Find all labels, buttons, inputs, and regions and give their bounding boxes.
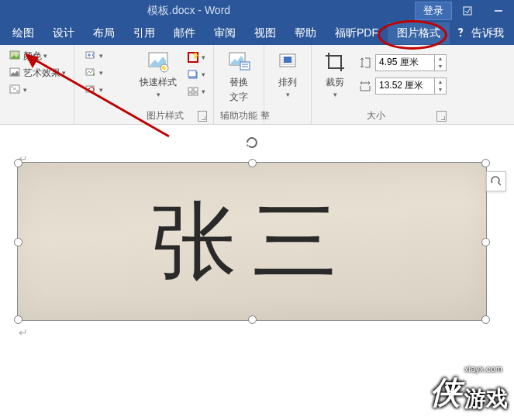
watermark-text: 游戏 [464,384,508,414]
document-title: 模板.docx - Word [147,4,230,18]
arrange-button[interactable]: 排列 ▾ [271,48,305,100]
chevron-down-icon: ▾ [99,52,103,60]
resize-handle-tr[interactable] [481,159,490,167]
chevron-down-icon: ▾ [43,52,47,60]
tab-layout[interactable]: 布局 [84,22,124,44]
chevron-down-icon: ▾ [157,91,160,98]
change-picture-icon [84,66,98,80]
chevron-down-icon: ▾ [286,91,290,98]
artistic-icon [8,66,22,80]
svg-rect-7 [13,88,16,90]
tell-me-label[interactable]: 告诉我 [471,22,513,44]
group-adjust: 颜色 ▾ 艺术效果 ▾ ▾ ▾ [0,45,74,124]
height-input[interactable]: 4.95 厘米 ▲▼ [375,54,447,71]
ribbon-options-icon[interactable] [452,0,483,22]
ribbon-tabs: 绘图 设计 布局 引用 邮件 审阅 视图 帮助 福昕PDF 图片格式 告诉我 [0,22,514,45]
artistic-label: 艺术效果 [23,67,60,80]
alt-text-icon [226,50,251,74]
quick-styles-icon [146,50,171,74]
chevron-down-icon: ▾ [333,91,337,98]
titlebar: 模板.docx - Word 登录 [0,0,514,22]
svg-rect-22 [240,62,250,70]
width-icon [358,79,372,93]
crop-icon [323,50,347,74]
arrange-label: 排列 [278,76,297,89]
tab-help[interactable]: 帮助 [285,22,326,44]
alt-text-label-2: 文字 [229,91,248,104]
resize-handle-br[interactable] [481,315,490,324]
chevron-down-icon: ▾ [99,69,103,77]
login-button[interactable]: 登录 [415,2,452,20]
alt-text-label-1: 替换 [229,76,248,89]
layout-options-button[interactable] [486,171,506,191]
reset-icon [84,83,98,97]
transparency-button[interactable]: ▾ [6,82,29,98]
quick-styles-button[interactable]: 快速样式 ▾ [135,48,181,100]
height-icon [358,56,372,70]
chevron-down-icon: ▾ [202,71,205,78]
paragraph-mark-icon: ↵ [19,326,28,339]
chevron-down-icon: ▾ [62,69,66,77]
resize-handle-mr[interactable] [481,238,490,246]
border-icon [186,50,200,64]
watermark-logo: 侠 [430,371,461,414]
change-picture-button[interactable]: ▾ [82,65,105,81]
tab-review[interactable]: 审阅 [205,22,245,44]
artistic-effects-button[interactable]: 艺术效果 ▾ [6,65,67,81]
svg-rect-30 [284,57,291,63]
layout-icon [186,84,200,98]
width-value: 13.52 厘米 [379,79,423,92]
resize-handle-tl[interactable] [14,159,22,167]
window-controls [452,0,514,22]
tab-references[interactable]: 引用 [124,22,164,44]
watermark: 侠 xiayx.com 游戏 [430,364,508,414]
width-spinner[interactable]: ▲▼ [434,78,446,94]
quick-styles-label: 快速样式 [140,76,177,89]
size-launcher[interactable] [436,111,447,122]
styles-launcher[interactable] [198,111,207,122]
resize-handle-tm[interactable] [248,159,257,167]
watermark-url: xiayx.com [464,364,502,374]
width-input[interactable]: 13.52 厘米 ▲▼ [375,77,447,95]
ribbon: 颜色 ▾ 艺术效果 ▾ ▾ ▾ [0,45,514,125]
picture-border-button[interactable]: ▾ [185,50,207,65]
svg-rect-8 [16,90,19,92]
resize-handle-bm[interactable] [248,315,257,324]
resize-handle-ml[interactable] [14,238,22,246]
svg-rect-6 [10,85,13,88]
picture-layout-button[interactable]: ▾ [185,84,207,99]
svg-rect-18 [194,88,198,91]
tab-view[interactable]: 视图 [245,22,285,44]
arrange-icon [275,50,300,74]
effects-icon [186,67,200,81]
layout-options-icon [490,175,502,188]
tab-drawing[interactable]: 绘图 [3,22,43,44]
svg-rect-16 [188,71,196,77]
chevron-down-icon: ▾ [202,53,205,61]
crop-label: 裁剪 [326,76,344,89]
crop-button[interactable]: 裁剪 ▾ [318,48,352,100]
tell-me-icon[interactable] [450,22,471,45]
color-icon [8,49,22,63]
resize-handle-bl[interactable] [14,315,22,324]
height-spinner[interactable]: ▲▼ [434,55,446,71]
svg-rect-20 [194,93,198,95]
reset-picture-button[interactable]: ▾ [82,82,105,98]
tab-design[interactable]: 设计 [43,22,84,44]
color-button[interactable]: 颜色 ▾ [6,48,49,64]
picture-effects-button[interactable]: ▾ [185,67,207,82]
rotate-handle[interactable] [244,135,260,150]
transparency-icon [8,83,22,97]
color-label: 颜色 [23,50,42,63]
chevron-down-icon: ▾ [23,86,27,94]
minimize-icon[interactable] [483,0,514,22]
height-value: 4.95 厘米 [379,56,419,69]
svg-rect-19 [188,93,192,95]
alt-text-button[interactable]: 替换 文字 [222,48,256,105]
compress-button[interactable]: ▾ [82,48,105,64]
tab-mailings[interactable]: 邮件 [164,22,205,44]
compress-icon [84,49,98,63]
tab-foxit-pdf[interactable]: 福昕PDF [326,22,388,44]
tab-picture-format[interactable]: 图片格式 [388,22,450,44]
selected-image[interactable]: 张三 [17,162,487,321]
